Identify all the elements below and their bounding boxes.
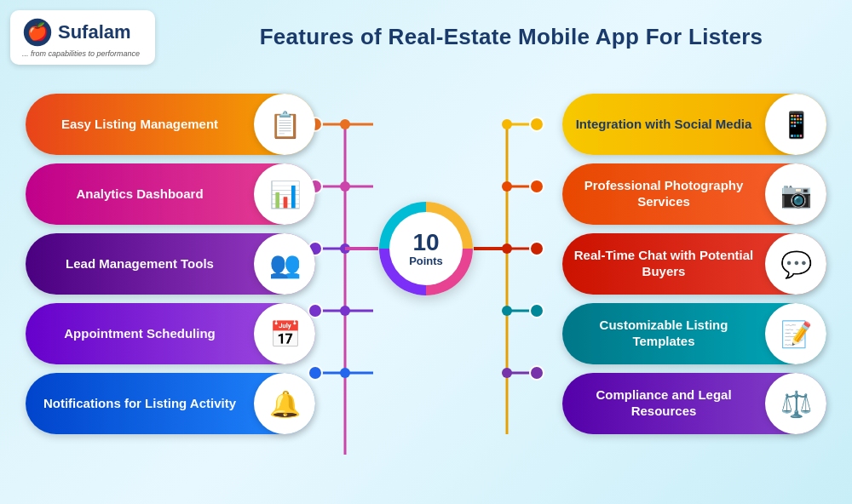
pill-notifications-icon-wrap: 🔔 <box>254 373 315 434</box>
pill-appointment-label: Appointment Scheduling <box>26 326 254 342</box>
logo-tagline: ... from capabilities to performance <box>22 49 143 58</box>
pill-compliance-label: Compliance and Legal Resources <box>562 387 765 420</box>
pill-analytics: Analytics Dashboard 📊 <box>26 163 315 225</box>
svg-text:🍎: 🍎 <box>27 21 49 42</box>
bell-icon: 🔔 <box>269 389 301 419</box>
pill-social-media-label: Integration with Social Media <box>562 117 765 133</box>
pill-photography: 📷 Professional Photography Services <box>562 163 826 225</box>
svg-point-16 <box>340 181 350 192</box>
pill-analytics-icon-wrap: 📊 <box>254 163 315 225</box>
pill-compliance-icon-wrap: ⚖️ <box>765 373 826 434</box>
pill-compliance: ⚖️ Compliance and Legal Resources <box>562 373 826 434</box>
svg-point-34 <box>530 242 544 255</box>
center-number: 10 <box>412 231 439 255</box>
chart-icon: 📊 <box>269 180 301 209</box>
clipboard-icon: 📋 <box>269 110 301 140</box>
svg-point-18 <box>340 306 350 316</box>
camera-icon: 📷 <box>780 180 812 209</box>
right-items-container: 📱 Integration with Social Media 📷 Profes… <box>562 94 826 434</box>
pill-social-media-icon-wrap: 📱 <box>765 94 826 155</box>
svg-point-22 <box>502 243 512 254</box>
svg-point-23 <box>502 306 512 316</box>
pill-appointment-icon-wrap: 📅 <box>254 303 315 364</box>
legal-icon: ⚖️ <box>780 389 812 419</box>
pill-notifications: Notifications for Listing Activity 🔔 <box>26 373 315 434</box>
pill-lead-management-icon-wrap: 👥 <box>254 233 315 295</box>
calendar-icon: 📅 <box>269 319 301 349</box>
social-icon: 📱 <box>780 110 812 140</box>
pill-chat-label: Real-Time Chat with Potential Buyers <box>562 248 765 280</box>
chat-icon: 💬 <box>780 249 812 279</box>
pill-lead-management: Lead Management Tools 👥 <box>26 233 315 295</box>
center-circle-inner: 10 Points <box>389 212 463 285</box>
pill-easy-listing-label: Easy Listing Management <box>26 117 254 133</box>
pill-easy-listing: Easy Listing Management 📋 <box>26 94 315 155</box>
pill-lead-management-label: Lead Management Tools <box>26 256 254 272</box>
template-icon: 📝 <box>780 319 812 349</box>
svg-point-17 <box>340 243 350 254</box>
pill-notifications-label: Notifications for Listing Activity <box>26 396 254 412</box>
logo-name: Sufalam <box>58 21 131 43</box>
center-label: Points <box>409 255 443 267</box>
left-items-container: Easy Listing Management 📋 Analytics Dash… <box>26 94 315 434</box>
pill-photography-label: Professional Photography Services <box>562 178 765 210</box>
pill-chat-icon-wrap: 💬 <box>765 233 826 295</box>
pill-templates: 📝 Customizable Listing Templates <box>562 303 826 364</box>
svg-point-35 <box>530 304 544 318</box>
main-title: Features of Real-Estate Mobile App For L… <box>187 24 835 50</box>
pill-social-media: 📱 Integration with Social Media <box>562 94 826 155</box>
logo-box: 🍎 Sufalam ... from capabilities to perfo… <box>10 10 155 65</box>
svg-point-36 <box>530 366 544 380</box>
pill-easy-listing-icon-wrap: 📋 <box>254 94 315 155</box>
pill-analytics-label: Analytics Dashboard <box>26 186 254 203</box>
svg-point-32 <box>530 117 544 131</box>
pill-templates-icon-wrap: 📝 <box>765 303 826 364</box>
pill-photography-icon-wrap: 📷 <box>765 163 826 225</box>
svg-point-19 <box>340 368 350 378</box>
svg-point-20 <box>502 119 512 129</box>
pill-templates-label: Customizable Listing Templates <box>562 318 765 350</box>
logo-icon: 🍎 <box>22 17 53 48</box>
svg-point-24 <box>502 368 512 378</box>
pill-chat: 💬 Real-Time Chat with Potential Buyers <box>562 233 826 295</box>
svg-point-33 <box>530 180 544 193</box>
center-circle: 10 Points <box>379 202 473 295</box>
people-icon: 👥 <box>269 249 301 279</box>
pill-appointment: Appointment Scheduling 📅 <box>26 303 315 364</box>
svg-point-15 <box>340 119 350 129</box>
svg-point-21 <box>502 181 512 192</box>
